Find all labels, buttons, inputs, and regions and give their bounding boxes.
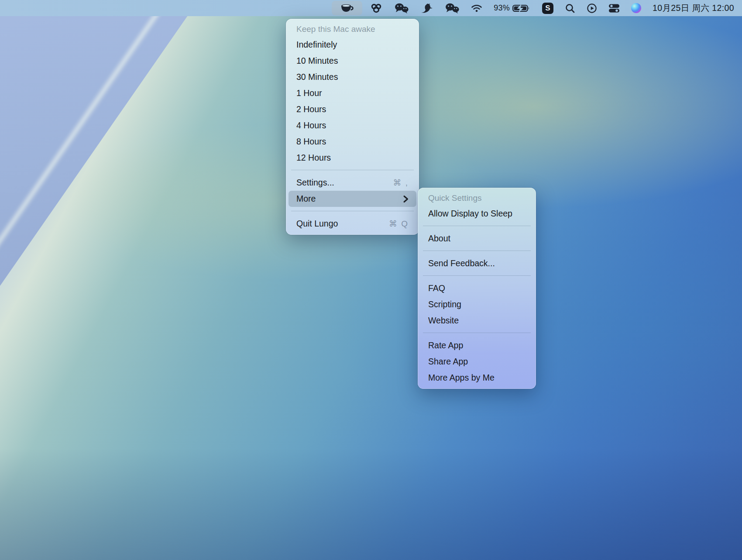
- bird-icon: [420, 3, 433, 14]
- submenu-item-website[interactable]: Website: [418, 313, 536, 329]
- settings-shortcut: ⌘ ,: [393, 178, 409, 188]
- wallpaper-sky-region: [0, 0, 199, 286]
- menubar-item-s-app[interactable]: S: [536, 0, 559, 16]
- menu-item-10-minutes[interactable]: 10 Minutes: [286, 53, 419, 69]
- menu-item-more[interactable]: More: [289, 191, 416, 207]
- wecom-chat-icon: [445, 3, 460, 14]
- menubar-item-wechat[interactable]: [388, 0, 415, 16]
- submenu-item-faq[interactable]: FAQ: [418, 280, 536, 296]
- menubar-item-spotlight[interactable]: [559, 0, 581, 16]
- menubar-item-lungo[interactable]: [330, 0, 364, 16]
- menu-separator: [423, 226, 531, 226]
- control-center-icon: [608, 3, 620, 14]
- menu-item-8-hours[interactable]: 8 Hours: [286, 134, 419, 150]
- submenu-header-quick-settings: Quick Settings: [418, 191, 536, 206]
- menubar-item-siri[interactable]: [625, 0, 647, 16]
- menubar-clock[interactable]: 10月25日 周六 12:00: [647, 0, 734, 16]
- menubar-item-wifi[interactable]: [465, 0, 488, 16]
- submenu-item-allow-display-to-sleep[interactable]: Allow Display to Sleep: [418, 206, 536, 222]
- wechat-icon: [394, 3, 409, 14]
- chevron-right-icon: [403, 195, 409, 203]
- settings-label: Settings...: [296, 178, 334, 188]
- menu-header-keep-awake: Keep this Mac awake: [286, 22, 419, 37]
- menu-item-2-hours[interactable]: 2 Hours: [286, 101, 419, 117]
- submenu-item-send-feedback[interactable]: Send Feedback...: [418, 255, 536, 271]
- submenu-item-share-app[interactable]: Share App: [418, 354, 536, 370]
- menu-item-quit-lungo[interactable]: Quit Lungo ⌘ Q: [286, 216, 419, 232]
- menubar-item-wecom[interactable]: [439, 0, 465, 16]
- menu-item-30-minutes[interactable]: 30 Minutes: [286, 69, 419, 85]
- s-app-icon: S: [542, 3, 553, 14]
- menu-item-settings[interactable]: Settings... ⌘ ,: [286, 175, 419, 191]
- submenu-item-scripting[interactable]: Scripting: [418, 296, 536, 313]
- now-playing-icon: [587, 3, 597, 14]
- submenu-item-rate-app[interactable]: Rate App: [418, 337, 536, 354]
- menubar-item-now-playing[interactable]: [581, 0, 603, 16]
- siri-icon: [631, 3, 641, 13]
- menu-separator: [423, 275, 531, 276]
- menubar-item-battery[interactable]: 93%: [488, 0, 536, 16]
- menu-item-1-hour[interactable]: 1 Hour: [286, 85, 419, 101]
- battery-charging-icon: [512, 3, 531, 13]
- lungo-menu: Keep this Mac awake Indefinitely 10 Minu…: [286, 19, 419, 235]
- menubar-item-control-center[interactable]: [603, 0, 625, 16]
- menu-separator: [291, 211, 414, 211]
- menubar-item-bird-app[interactable]: [415, 0, 439, 16]
- menu-separator: [423, 333, 531, 333]
- menu-separator: [291, 170, 414, 170]
- quit-shortcut: ⌘ Q: [389, 219, 409, 229]
- submenu-item-about[interactable]: About: [418, 230, 536, 247]
- menu-separator: [423, 251, 531, 251]
- menu-item-indefinitely[interactable]: Indefinitely: [286, 37, 419, 53]
- menu-item-12-hours[interactable]: 12 Hours: [286, 150, 419, 166]
- cloud-rings-icon: [370, 3, 383, 14]
- quit-label: Quit Lungo: [296, 219, 338, 229]
- lungo-active-highlight: [332, 1, 362, 15]
- menu-bar: 93% S: [0, 0, 742, 16]
- more-label: More: [296, 194, 316, 204]
- menu-item-4-hours[interactable]: 4 Hours: [286, 117, 419, 134]
- battery-percent: 93%: [494, 3, 512, 13]
- wifi-icon: [471, 4, 482, 13]
- search-icon: [565, 3, 575, 14]
- more-submenu: Quick Settings Allow Display to Sleep Ab…: [418, 188, 536, 389]
- coffee-cup-icon: [340, 3, 354, 14]
- submenu-item-more-apps-by-me[interactable]: More Apps by Me: [418, 370, 536, 386]
- menubar-item-netdisk[interactable]: [364, 0, 388, 16]
